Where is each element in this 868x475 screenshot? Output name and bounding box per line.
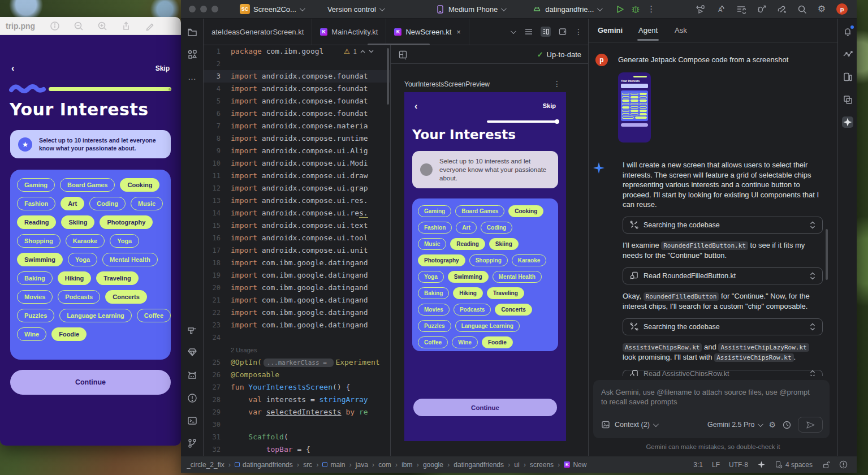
code-line[interactable]: 5import androidx.compose.foundat (204, 95, 390, 107)
gemini-input-box[interactable]: Ask Gemini, use @filename to attach sour… (593, 380, 830, 438)
debug-button[interactable] (631, 5, 640, 14)
app-quality-insights-icon[interactable] (187, 347, 198, 358)
interest-chip-fashion[interactable]: Fashion (418, 222, 452, 234)
interest-chip-reading[interactable]: Reading (450, 238, 485, 250)
expand-collapse-icon[interactable] (810, 370, 815, 376)
code-line[interactable]: 6import androidx.compose.foundat (204, 107, 390, 120)
apply-changes-icon[interactable] (696, 5, 705, 14)
code-line[interactable]: 30 (204, 418, 390, 431)
more-tool-windows-icon[interactable]: … (187, 71, 198, 82)
code-line[interactable]: 7import androidx.compose.materia (204, 120, 390, 132)
history-clock-icon[interactable] (783, 421, 791, 429)
interest-chip-reading[interactable]: Reading (17, 215, 56, 229)
next-warning-icon[interactable] (369, 50, 374, 53)
interest-chip-baking[interactable]: Baking (418, 287, 449, 299)
interest-chip-coding[interactable]: Coding (481, 222, 512, 234)
code-line[interactable]: 8import androidx.compose.runtime (204, 132, 390, 145)
terminal-icon[interactable] (187, 415, 198, 426)
prev-warning-icon[interactable] (360, 50, 365, 53)
editor-kebab-icon[interactable]: ⋮ (575, 27, 582, 36)
share-icon[interactable] (121, 21, 131, 31)
attach-image-icon[interactable] (601, 420, 610, 429)
resource-manager-icon[interactable] (187, 49, 198, 60)
project-selector[interactable]: SC Screen2Co... (240, 4, 304, 14)
code-line[interactable]: 22import com.ibm.google.datingand (204, 306, 390, 319)
usages-hint[interactable]: 2 Usages (231, 347, 257, 353)
code-line[interactable]: 28 val interests = stringArray (204, 394, 390, 406)
gemini-settings-icon[interactable]: ⚙ (768, 420, 776, 429)
code-line[interactable]: 10import androidx.compose.ui.Modi (204, 157, 390, 170)
breadcrumb-item[interactable]: ibm (401, 461, 412, 469)
tab-mainactivity[interactable]: KMainActivity.kt (312, 19, 386, 45)
breadcrumb-item[interactable]: datingandfriends (235, 461, 293, 469)
code-line[interactable]: 24 (204, 331, 390, 344)
interest-chip-skiing[interactable]: Skiing (61, 215, 94, 229)
context-selector[interactable]: Context (2) (615, 421, 657, 429)
device-selector[interactable]: Medium Phone (435, 5, 505, 14)
code-line[interactable]: 27fun YourInterestsScreen() { (204, 381, 390, 394)
tool-call-row[interactable]: Searching the codebase (623, 217, 823, 234)
tab-ask[interactable]: Ask (673, 20, 688, 41)
code-line[interactable]: 32 topBar = { (204, 443, 390, 456)
close-tab-icon[interactable]: × (456, 28, 461, 36)
interest-chip-foodie[interactable]: Foodie (482, 336, 513, 348)
model-selector[interactable]: Gemini 2.5 Pro (707, 421, 762, 429)
attached-screenshot-thumbnail[interactable]: Your Interests (618, 72, 651, 142)
unlocked-icon[interactable] (822, 460, 830, 469)
zoom-in-icon[interactable] (97, 21, 107, 31)
interest-chip-puzzles[interactable]: Puzzles (418, 320, 451, 332)
breadcrumb-item[interactable]: main (322, 461, 345, 469)
code-line[interactable]: 18import com.ibm.google.datingand (204, 257, 390, 269)
tool-call-row[interactable]: Read AssistiveChipsRow.kt (623, 370, 823, 377)
code-line[interactable]: 9import androidx.compose.ui.Alig (204, 145, 390, 157)
indent-widget[interactable]: 4 spaces (775, 461, 813, 469)
line-ending[interactable]: LF (712, 461, 720, 469)
interest-chip-gaming[interactable]: Gaming (17, 178, 55, 192)
inspection-widget[interactable]: ⚠1 (344, 45, 374, 58)
code-line[interactable]: 21import com.ibm.google.datingand (204, 294, 390, 306)
zoom-out-icon[interactable] (74, 21, 84, 31)
interest-chip-language-learning[interactable]: Language Learning (59, 309, 131, 322)
interest-chip-movies[interactable]: Movies (17, 290, 53, 304)
interest-chip-fashion[interactable]: Fashion (17, 197, 55, 210)
attach-debugger-icon[interactable] (757, 5, 766, 14)
interest-chip-cooking[interactable]: Cooking (508, 205, 543, 217)
device-explorer-icon[interactable] (842, 49, 853, 60)
gemini-toolwindow-icon[interactable] (842, 116, 853, 128)
close-window-icon[interactable] (189, 6, 196, 12)
project-tool-icon[interactable] (187, 27, 198, 38)
tab-dateideasgeneratorscreen[interactable]: ateIdeasGeneratorScreen.kt (204, 19, 312, 45)
code-line[interactable]: 12import androidx.compose.ui.grap (204, 182, 390, 195)
interest-chip-shopping[interactable]: Shopping (17, 234, 61, 248)
interest-chip-yoga[interactable]: Yoga (418, 271, 444, 283)
code-line[interactable]: 14import androidx.compose.ui.res. (204, 207, 390, 219)
tool-call-row[interactable]: Searching the codebase (623, 318, 823, 335)
notifications-bell-icon[interactable] (842, 26, 853, 37)
more-actions-kebab[interactable]: ⋮ (647, 4, 655, 14)
interest-chip-movies[interactable]: Movies (418, 304, 450, 316)
interest-chip-coding[interactable]: Coding (89, 197, 126, 210)
interest-chip-traveling[interactable]: Traveling (487, 287, 524, 299)
preview-composable-name[interactable]: YourInterestsScreenPreview (404, 80, 490, 88)
interest-chip-yoga[interactable]: Yoga (68, 253, 97, 266)
layout-inspector-icon[interactable] (842, 94, 853, 105)
minimize-window-icon[interactable] (200, 6, 207, 12)
breadcrumb-item[interactable]: _circle_2_fix (187, 461, 224, 469)
gradle-sync-icon[interactable] (777, 5, 787, 14)
interest-chip-skiing[interactable]: Skiing (489, 238, 519, 250)
interest-chip-puzzles[interactable]: Puzzles (17, 309, 54, 322)
gemini-status-icon[interactable] (757, 460, 766, 469)
code-line[interactable]: 20import com.ibm.google.datingand (204, 282, 390, 294)
interest-chip-hiking[interactable]: Hiking (453, 287, 483, 299)
breadcrumb-item[interactable]: src (303, 461, 312, 469)
code-line[interactable]: 19import com.ibm.google.datingand (204, 269, 390, 282)
code-line[interactable]: 11import androidx.compose.ui.draw (204, 170, 390, 182)
problems-icon[interactable] (187, 392, 198, 404)
interest-chip-karaoke[interactable]: Karaoke (66, 234, 105, 248)
code-line[interactable]: 16import androidx.compose.ui.tool (204, 232, 390, 244)
expand-collapse-icon[interactable] (810, 221, 815, 229)
run-button[interactable] (616, 5, 624, 14)
interest-chip-baking[interactable]: Baking (17, 271, 53, 285)
interest-chip-traveling[interactable]: Traveling (96, 271, 138, 285)
preview-kebab-icon[interactable]: ⋮ (553, 79, 561, 88)
